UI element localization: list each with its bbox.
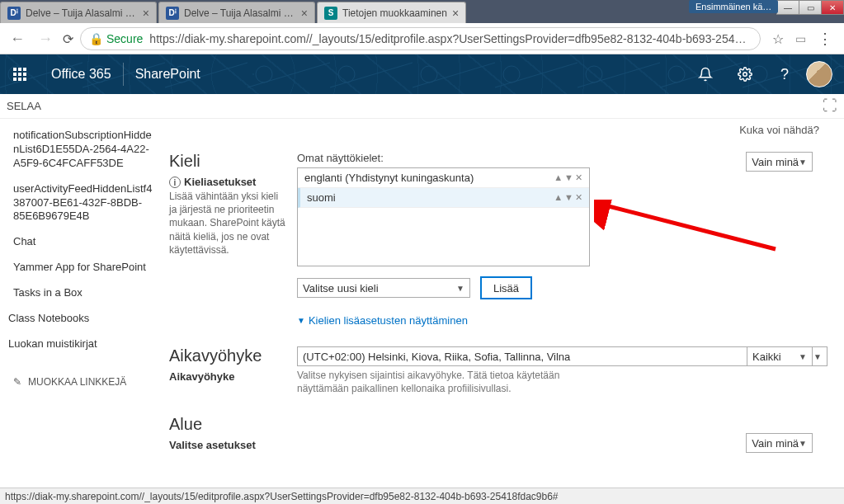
tab-label: Delve – Tuija Alasalmi – e… — [184, 7, 296, 19]
move-up-icon[interactable]: ▲ — [554, 192, 563, 203]
visibility-value: Vain minä — [752, 156, 799, 168]
language-settings-label: Kieliasetukset — [184, 176, 256, 188]
visibility-dropdown-timezone[interactable]: Kaikki ▼ — [747, 346, 813, 366]
language-list: englanti (Yhdistynyt kuningaskunta) ▲ ▼ … — [297, 167, 590, 266]
chevron-down-icon: ▼ — [799, 439, 807, 448]
chevron-down-icon: ▼ — [297, 316, 305, 325]
maximize-button[interactable]: ▭ — [799, 0, 822, 15]
sp-ribbon: SELAA ⛶ — [0, 94, 844, 119]
toolbar-indicator: Ensimmäinen kä… — [689, 0, 778, 13]
move-down-icon[interactable]: ▼ — [564, 192, 573, 203]
ribbon-tab-browse[interactable]: SELAA — [7, 100, 41, 112]
move-up-icon[interactable]: ▲ — [554, 172, 563, 183]
section-title-language: Kieli — [169, 152, 287, 171]
timezone-help: Valitse nykyisen sijaintisi aikavyöhyke.… — [297, 370, 602, 395]
delve-icon: Dⁱ — [7, 7, 21, 20]
language-settings-desc: Lisää vähintään yksi kieli ja järjestä n… — [169, 190, 287, 257]
edit-links-label: MUOKKAA LINKKEJÄ — [28, 376, 126, 388]
edit-links-button[interactable]: ✎ MUOKKAA LINKKEJÄ — [13, 376, 156, 388]
advanced-link-label: Kielien lisäasetusten näyttäminen — [309, 314, 468, 327]
sidebar-item[interactable]: Tasks in a Box — [13, 286, 156, 300]
new-language-select[interactable]: Valitse uusi kieli ▼ — [297, 278, 470, 298]
status-url: https://diak-my.sharepoint.com//_layouts… — [5, 491, 839, 502]
timezone-label: Aikavyöhyke — [169, 370, 287, 383]
sharepoint-icon: S — [324, 7, 337, 20]
main-content: Kuka voi nähdä? Kieli i Kieliasetukset L… — [169, 119, 844, 488]
help-icon[interactable]: ? — [766, 54, 803, 94]
focus-mode-icon[interactable]: ⛶ — [823, 97, 837, 115]
browser-tab-active[interactable]: S Tietojen muokkaaminen × — [317, 2, 466, 23]
who-can-see-header: Kuka voi nähdä? — [739, 124, 819, 136]
settings-icon[interactable] — [727, 54, 763, 94]
close-icon[interactable]: × — [143, 7, 149, 20]
section-title-region: Alue — [169, 415, 287, 434]
pencil-icon: ✎ — [13, 376, 21, 388]
visibility-value: Vain minä — [752, 437, 799, 450]
app-launcher-icon[interactable] — [0, 54, 40, 94]
secure-indicator: 🔒 Secure — [89, 32, 143, 45]
tab-bar: Dⁱ Delve – Tuija Alasalmi – e… × Dⁱ Delv… — [0, 0, 844, 23]
o365-brand[interactable]: Office 365 — [40, 67, 123, 82]
close-icon[interactable]: × — [301, 7, 308, 20]
svg-point-0 — [743, 73, 747, 77]
sidebar-item[interactable]: userActivityFeedHiddenListf4387007-BE61-… — [13, 182, 156, 224]
reload-icon[interactable]: ⟳ — [63, 31, 73, 47]
language-row[interactable]: suomi ▲ ▼ ✕ — [298, 188, 589, 208]
chevron-down-icon: ▼ — [799, 352, 807, 361]
remove-icon[interactable]: ✕ — [575, 172, 582, 183]
tab-label: Delve – Tuija Alasalmi – e… — [26, 7, 138, 19]
minimize-button[interactable]: — — [776, 0, 799, 15]
close-icon[interactable]: × — [452, 7, 459, 20]
add-language-button[interactable]: Lisää — [480, 276, 532, 299]
menu-icon[interactable]: ⋮ — [813, 30, 837, 48]
window-buttons: — ▭ ✕ — [777, 0, 844, 15]
quick-launch-sidebar: notificationSubscriptionHiddenList6D1E55… — [0, 119, 169, 488]
language-name: suomi — [307, 191, 554, 204]
show-advanced-language-link[interactable]: ▼ Kielien lisäasetusten näyttäminen — [297, 314, 827, 327]
app-title[interactable]: SharePoint — [124, 67, 212, 82]
bookmark-icon[interactable]: ☆ — [772, 31, 784, 47]
chevron-down-icon: ▼ — [799, 158, 807, 167]
url-text: https://diak-my.sharepoint.com//_layouts… — [149, 32, 752, 45]
forward-icon[interactable]: → — [35, 31, 56, 48]
notifications-icon[interactable] — [687, 54, 724, 94]
browser-tab[interactable]: Dⁱ Delve – Tuija Alasalmi – e… × — [0, 2, 157, 23]
move-down-icon[interactable]: ▼ — [564, 172, 573, 183]
browser-tab[interactable]: Dⁱ Delve – Tuija Alasalmi – e… × — [158, 2, 315, 23]
sidebar-item[interactable]: notificationSubscriptionHiddenList6D1E55… — [13, 129, 156, 171]
sidebar-item[interactable]: Chat — [13, 235, 156, 249]
address-bar: ← → ⟳ 🔒 Secure https://diak-my.sharepoin… — [0, 23, 844, 54]
language-row[interactable]: englanti (Yhdistynyt kuningaskunta) ▲ ▼ … — [298, 168, 589, 188]
visibility-dropdown-language[interactable]: Vain minä ▼ — [746, 152, 813, 172]
sidebar-item[interactable]: Luokan muistikirjat — [8, 337, 156, 351]
avatar[interactable] — [806, 61, 832, 87]
timezone-value: (UTC+02:00) Helsinki, Kiova, Riika, Sofi… — [303, 351, 570, 363]
chevron-down-icon: ▼ — [813, 352, 822, 361]
secure-label: Secure — [106, 32, 143, 45]
sidebar-item[interactable]: Class Notebooks — [8, 312, 156, 326]
sidebar-item[interactable]: Yammer App for SharePoint — [13, 261, 156, 275]
back-icon[interactable]: ← — [7, 31, 28, 48]
visibility-value: Kaikki — [752, 351, 781, 363]
region-settings-label: Valitse asetukset — [169, 439, 287, 451]
lock-icon: 🔒 — [89, 32, 103, 45]
tab-label: Tietojen muokkaaminen — [342, 7, 447, 19]
section-title-timezone: Aikavyöhyke — [169, 346, 287, 365]
delve-icon: Dⁱ — [166, 7, 179, 20]
o365-suite-bar: Office 365 SharePoint ? — [0, 54, 844, 94]
user-icon[interactable]: ▭ — [795, 32, 806, 45]
window-close-button[interactable]: ✕ — [821, 0, 844, 15]
visibility-dropdown-region[interactable]: Vain minä ▼ — [746, 433, 813, 453]
browser-chrome: Dⁱ Delve – Tuija Alasalmi – e… × Dⁱ Delv… — [0, 0, 844, 54]
browser-status-bar: https://diak-my.sharepoint.com//_layouts… — [0, 488, 844, 504]
info-icon: i — [169, 177, 181, 188]
remove-icon[interactable]: ✕ — [575, 192, 582, 203]
select-placeholder: Valitse uusi kieli — [303, 282, 379, 294]
chevron-down-icon: ▼ — [456, 284, 464, 293]
language-name: englanti (Yhdistynyt kuningaskunta) — [304, 172, 554, 184]
url-field[interactable]: 🔒 Secure https://diak-my.sharepoint.com/… — [80, 27, 761, 50]
